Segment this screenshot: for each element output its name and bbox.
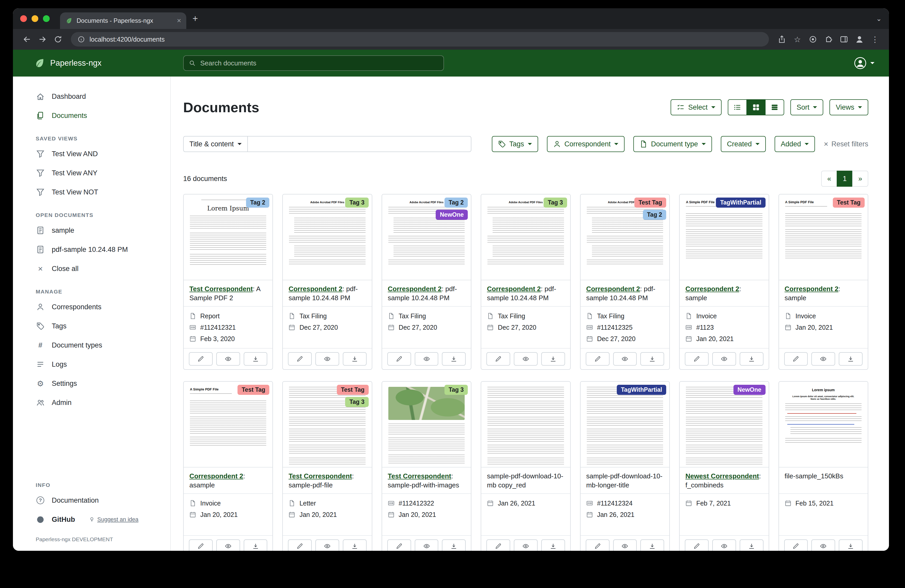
correspondent-link[interactable]: Correspondent 2	[388, 285, 441, 293]
document-title[interactable]: Correspondent 2: pdf-sample 10.24.48 PM	[283, 280, 372, 306]
tag-badge[interactable]: Tag 3	[345, 397, 368, 407]
correspondent-link[interactable]: Test Correspondent	[189, 285, 253, 293]
document-thumbnail[interactable]: Adobe Acrobat PDF Files Tag 3	[481, 195, 570, 280]
correspondent-link[interactable]: Correspondent 2	[685, 285, 739, 293]
edit-button[interactable]	[288, 352, 312, 366]
tag-badge[interactable]: Test Tag	[337, 385, 369, 395]
download-button[interactable]	[541, 352, 565, 366]
back-icon[interactable]	[19, 32, 35, 47]
download-button[interactable]	[343, 539, 367, 551]
correspondent-link[interactable]: Correspondent 2	[586, 285, 640, 293]
document-title[interactable]: Correspondent 2: pdf-sample 10.24.48 PM	[581, 280, 669, 306]
forward-icon[interactable]	[35, 32, 50, 47]
tag-badge[interactable]: Tag 3	[445, 385, 468, 395]
download-button[interactable]	[740, 352, 764, 366]
reset-filters-button[interactable]: ×Reset filters	[824, 140, 868, 148]
document-thumbnail[interactable]: A Simple PDF File TagWithPartial	[680, 195, 768, 280]
document-title[interactable]: Test Correspondent: sample-pdf-with-imag…	[382, 468, 471, 493]
download-button[interactable]	[343, 352, 367, 366]
sidebar-item-open-doc-pdf-sample[interactable]: pdf-sample 10.24.48 PM	[13, 240, 170, 259]
download-button[interactable]	[442, 352, 466, 366]
edit-button[interactable]	[288, 539, 312, 551]
download-button[interactable]	[640, 352, 664, 366]
tag-badge[interactable]: TagWithPartial	[617, 385, 666, 395]
sidebar-item-tags[interactable]: Tags	[13, 317, 170, 336]
edit-button[interactable]	[189, 352, 213, 366]
view-button[interactable]	[415, 539, 438, 551]
new-tab-button[interactable]: +	[192, 14, 198, 23]
reload-icon[interactable]	[50, 32, 66, 47]
view-button[interactable]	[415, 352, 438, 366]
sidebar-item-github[interactable]: GitHub Suggest an idea	[13, 510, 170, 529]
sidebar-item-documents[interactable]: Documents	[13, 106, 170, 125]
pagination-page-button[interactable]: 1	[837, 171, 853, 187]
bookmark-star-icon[interactable]: ☆	[790, 32, 805, 47]
correspondent-link[interactable]: Test Correspondent	[388, 472, 451, 480]
document-thumbnail[interactable]: TagWithPartial	[581, 382, 669, 468]
view-button[interactable]	[811, 539, 835, 551]
correspondent-link[interactable]: Test Correspondent	[289, 472, 352, 480]
tag-badge[interactable]: Test Tag	[833, 198, 865, 208]
edit-button[interactable]	[486, 539, 510, 551]
document-thumbnail[interactable]: Test TagTag 3	[283, 382, 372, 468]
view-grid-button[interactable]	[746, 99, 765, 115]
sidebar-item-admin[interactable]: Admin	[13, 393, 170, 412]
edit-button[interactable]	[784, 352, 808, 366]
edit-button[interactable]	[189, 539, 213, 551]
suggest-idea-link[interactable]: Suggest an idea	[89, 516, 138, 523]
document-thumbnail[interactable]: Lorem Ipsum Tag 2	[184, 195, 272, 280]
tag-badge[interactable]: Tag 2	[246, 198, 269, 208]
correspondent-link[interactable]: Newest Correspondent	[685, 472, 759, 480]
correspondent-link[interactable]: Correspondent 2	[487, 285, 541, 293]
edit-button[interactable]	[685, 352, 709, 366]
tag-badge[interactable]: Test Tag	[634, 198, 666, 208]
tag-badge[interactable]: Tag 3	[345, 198, 368, 208]
view-button[interactable]	[712, 352, 736, 366]
sort-button[interactable]: Sort	[791, 99, 824, 115]
side-panel-icon[interactable]	[836, 32, 852, 47]
view-button[interactable]	[613, 539, 637, 551]
edit-button[interactable]	[387, 539, 411, 551]
document-title[interactable]: file-sample_150kBs	[779, 468, 868, 493]
sidebar-item-open-doc-sample[interactable]: sample	[13, 221, 170, 240]
sidebar-item-test-view-not[interactable]: Test View NOT	[13, 182, 170, 202]
sidebar-item-logs[interactable]: Logs	[13, 355, 170, 374]
document-thumbnail[interactable]: Adobe Acrobat PDF Files Test TagTag 2	[581, 195, 669, 280]
document-title[interactable]: Newest Correspondent: f_combineds	[680, 468, 768, 493]
download-button[interactable]	[442, 539, 466, 551]
download-button[interactable]	[640, 539, 664, 551]
document-title[interactable]: sample-pdf-download-10-mb copy_red	[481, 468, 570, 493]
view-button[interactable]	[811, 352, 835, 366]
document-title[interactable]: Correspondent 2: pdf-sample 10.24.48 PM	[481, 280, 570, 306]
download-button[interactable]	[244, 539, 268, 551]
browser-menu-icon[interactable]: ⋮	[867, 32, 883, 47]
tag-badge[interactable]: Tag 2	[643, 210, 666, 220]
tags-filter-button[interactable]: Tags	[492, 136, 538, 152]
filter-field-selector[interactable]: Title & content	[183, 136, 248, 152]
tag-badge[interactable]: Test Tag	[238, 385, 269, 395]
sidebar-item-test-view-any[interactable]: Test View ANY	[13, 163, 170, 182]
correspondent-link[interactable]: Correspondent 2	[289, 285, 342, 293]
view-button[interactable]	[514, 352, 538, 366]
download-button[interactable]	[541, 539, 565, 551]
tag-badge[interactable]: Tag 2	[445, 198, 468, 208]
tag-badge[interactable]: TagWithPartial	[716, 198, 765, 208]
sidebar-item-dashboard[interactable]: Dashboard	[13, 87, 170, 106]
created-filter-button[interactable]: Created	[721, 136, 766, 152]
select-button[interactable]: Select	[671, 99, 722, 115]
download-button[interactable]	[839, 352, 862, 366]
tab-search-chevron-icon[interactable]: ⌄	[876, 15, 882, 23]
edit-button[interactable]	[685, 539, 709, 551]
document-title[interactable]: Test Correspondent: sample-pdf-file	[283, 468, 372, 493]
download-button[interactable]	[740, 539, 764, 551]
correspondent-link[interactable]: Correspondent 2	[189, 472, 243, 480]
tag-badge[interactable]: Tag 3	[543, 198, 567, 208]
view-button[interactable]	[315, 352, 339, 366]
view-button[interactable]	[216, 352, 240, 366]
edit-button[interactable]	[486, 352, 510, 366]
download-button[interactable]	[839, 539, 862, 551]
filter-text-input[interactable]	[248, 136, 472, 152]
tag-badge[interactable]: NewOne	[734, 385, 765, 395]
document-title[interactable]: Test Correspondent: A Sample PDF 2	[184, 280, 272, 306]
extensions-puzzle-icon[interactable]	[821, 32, 836, 47]
